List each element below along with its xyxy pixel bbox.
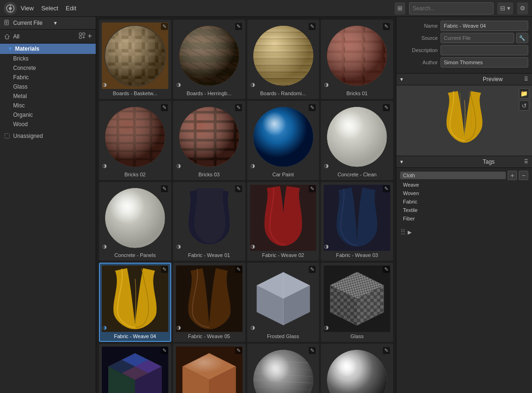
preview-refresh-button[interactable]: ↺ [519,100,529,111]
menu-select[interactable]: Select [41,5,58,12]
material-card-metal-chrome[interactable]: ✎ ◑ Metal - Chrome [321,344,393,393]
edit-icon-human-skin[interactable]: ✎ [235,347,242,354]
preview-mode-icon: ◑ [102,163,107,169]
source-settings-button[interactable]: 🔧 [516,33,528,43]
name-field[interactable] [444,23,525,29]
sidebar-item-metal[interactable]: Metal [0,91,96,101]
edit-icon-fabric-weave-04[interactable]: ✎ [161,266,168,273]
tag-row-fiber: Fiber [400,215,528,222]
tag-textile[interactable]: Textile [400,206,528,214]
sidebar-item-wood[interactable]: Wood [0,120,96,129]
add-collection-icon[interactable] [78,32,86,41]
edit-icon-glass[interactable]: ✎ [383,266,390,273]
edit-icon-glass-dispersion[interactable]: ✎ [161,347,168,354]
material-card-human-skin[interactable]: ✎ ◑ Human Skin [173,344,245,393]
topbar-menu: View Select Edit [21,5,76,12]
edit-icon-metal-brushed[interactable]: ✎ [309,347,316,354]
description-input[interactable] [441,45,528,55]
description-row: Description [400,45,528,55]
sidebar-item-fabric[interactable]: Fabric [0,73,96,82]
search-input[interactable] [409,2,494,15]
tag-weave[interactable]: Weave [400,181,528,189]
sidebar-item-materials[interactable]: ▼ Materials [0,44,96,54]
edit-icon-fabric-weave-01[interactable]: ✎ [235,185,242,192]
material-card-bricks-01[interactable]: ✎ ◑ Bricks 01 [321,20,393,99]
menu-edit[interactable]: Edit [66,5,76,12]
edit-icon-bricks-02[interactable]: ✎ [161,104,168,111]
sidebar-item-bricks[interactable]: Bricks [0,54,96,63]
material-card-metal-brushed[interactable]: ✎ ◑ Metal - Brushed [247,344,319,393]
sidebar-item-organic[interactable]: Organic [0,110,96,120]
material-card-fabric-weave-04[interactable]: ✎ ◑ Fabric - Weave 04 [99,263,171,342]
preview-folder-button[interactable]: 📁 [519,88,529,98]
filter-button[interactable]: ⊟ ▾ [497,2,513,15]
unassigned-icon [4,133,10,139]
author-input[interactable] [441,57,528,68]
material-card-boards-basketweave[interactable]: ✎ ◑ Boards - Basketw... [99,20,171,99]
edit-icon-car-paint[interactable]: ✎ [309,104,316,111]
sidebar-item-unassigned[interactable]: Unassigned [0,131,96,141]
expand-tags-arrow: ▾ [400,159,441,165]
material-card-fabric-weave-05[interactable]: ✎ ◑ Fabric - Weave 05 [173,263,245,342]
material-card-boards-random[interactable]: ✎ ◑ Boards - Randomi... [247,20,319,99]
edit-icon-boards-basketweave[interactable]: ✎ [161,23,168,30]
material-card-fabric-weave-03[interactable]: ✎ ◑ Fabric - Weave 03 [321,182,393,261]
material-card-boards-herringbone[interactable]: ✎ ◑ Boards - Herringb... [173,20,245,99]
material-card-fabric-weave-01[interactable]: ✎ ◑ Fabric - Weave 01 [173,182,245,261]
material-thumb-bricks-01 [324,23,390,89]
edit-icon-boards-herringbone[interactable]: ✎ [235,23,242,30]
edit-icon-boards-random[interactable]: ✎ [309,23,316,30]
material-card-fabric-weave-02[interactable]: ✎ ◑ Fabric - Weave 02 [247,182,319,261]
author-label: Author [400,60,438,65]
edit-icon-frosted-glass[interactable]: ✎ [309,266,316,273]
tag-woven[interactable]: Woven [400,189,528,197]
tag-fabric[interactable]: Fabric [400,198,528,205]
add-icon[interactable]: + [88,32,92,41]
material-card-bricks-03[interactable]: ✎ ◑ Bricks 03 [173,101,245,180]
tags-label: Tags [483,159,524,165]
topbar: View Select Edit ⊞ ⊟ ▾ ⚙ [0,0,532,17]
preview-mode-icon: ◑ [324,82,329,88]
preview-header[interactable]: ▾ Preview ⠿ [396,74,532,85]
sidebar-item-misc[interactable]: Misc [0,101,96,110]
material-card-concrete-panels[interactable]: ✎ ◑ Concrete - Panels [99,182,171,261]
tag-remove-button[interactable]: − [519,171,528,180]
grid-view-button[interactable]: ⊞ [395,2,405,15]
material-label-concrete-clean: Concrete - Clean [324,172,390,177]
tags-grid-icon: ⠿ [524,159,528,165]
sidebar-item-concrete[interactable]: Concrete [0,63,96,73]
svg-point-61 [179,107,239,167]
edit-icon-bricks-01[interactable]: ✎ [383,23,390,30]
tag-add-button[interactable]: + [508,171,517,180]
edit-icon-concrete-clean[interactable]: ✎ [383,104,390,111]
tags-header[interactable]: ▾ Tags ⠿ [396,156,532,168]
material-card-glass-dispersion[interactable]: ✎ ◑ Glass (Dispersion) [99,344,171,393]
blender-logo[interactable] [4,2,17,15]
author-row: Author [400,57,528,68]
material-card-bricks-02[interactable]: ✎ ◑ Bricks 02 [99,101,171,180]
material-card-frosted-glass[interactable]: ✎ ◑ Frosted Glass [247,263,319,342]
edit-icon-fabric-weave-05[interactable]: ✎ [235,266,242,273]
menu-view[interactable]: View [21,5,34,12]
author-field[interactable] [444,60,525,65]
edit-icon-fabric-weave-02[interactable]: ✎ [309,185,316,192]
preview-mode-icon: ◑ [102,243,107,249]
source-row: Source Current File 🔧 [400,33,528,43]
edit-icon-bricks-03[interactable]: ✎ [235,104,242,111]
current-file-dropdown[interactable]: Current File ▾ [0,17,96,30]
material-card-concrete-clean[interactable]: ✎ ◑ Concrete - Clean [321,101,393,180]
tags-drag-handle[interactable]: ⠿ [400,228,406,237]
edit-icon-fabric-weave-03[interactable]: ✎ [383,185,390,192]
tag-cloth[interactable]: Cloth [400,172,506,179]
tag-fiber[interactable]: Fiber [400,215,528,222]
edit-icon-metal-chrome[interactable]: ✎ [383,347,390,354]
edit-icon-concrete-panels[interactable]: ✎ [161,185,168,192]
material-card-car-paint[interactable]: ✎ ◑ Car Paint [247,101,319,180]
preview-mode-icon: ◑ [102,82,107,88]
sidebar-item-glass[interactable]: Glass [0,82,96,91]
material-card-glass[interactable]: ✎ ◑ Glass [321,263,393,342]
svg-point-47 [327,26,387,86]
settings-button[interactable]: ⚙ [517,2,528,15]
name-input[interactable] [441,21,528,31]
material-label-boards-basketweave: Boards - Basketw... [102,91,168,96]
